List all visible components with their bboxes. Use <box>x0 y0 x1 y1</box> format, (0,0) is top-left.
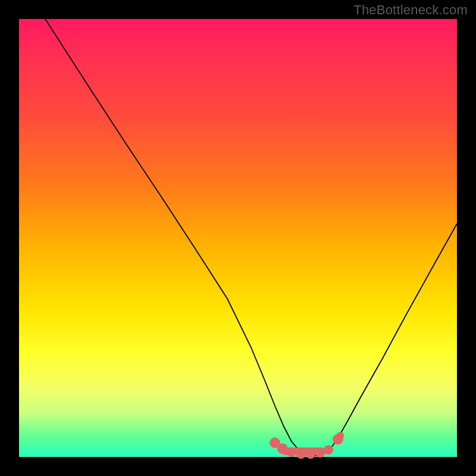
svg-point-7 <box>324 445 333 455</box>
svg-point-5 <box>306 449 315 459</box>
svg-point-4 <box>296 449 306 459</box>
plot-svg <box>19 19 457 457</box>
watermark-text: TheBottleneck.com <box>353 2 468 18</box>
svg-point-3 <box>287 447 296 457</box>
svg-point-6 <box>315 448 325 458</box>
plot-area <box>19 19 457 457</box>
chart-frame: TheBottleneck.com <box>0 0 476 476</box>
svg-point-2 <box>277 443 288 454</box>
svg-point-9 <box>337 432 344 439</box>
bottleneck-curve <box>45 19 457 456</box>
